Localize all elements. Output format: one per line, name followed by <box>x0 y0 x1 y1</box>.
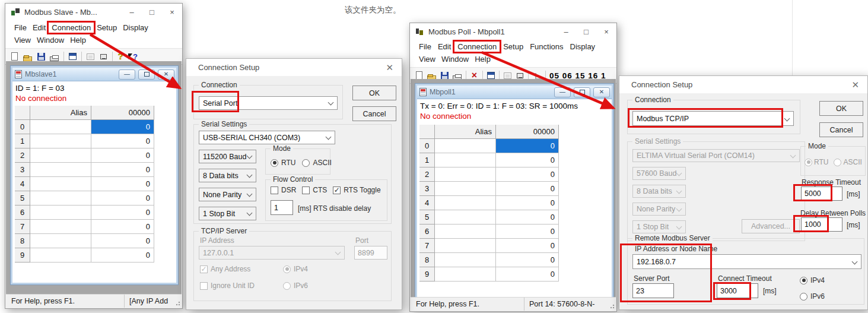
response-timeout-field[interactable]: 5000 <box>801 186 842 201</box>
menu-view[interactable]: View <box>416 54 438 64</box>
display-setup-icon[interactable] <box>487 72 495 79</box>
rts-toggle-checkbox[interactable] <box>333 186 341 194</box>
value-cell[interactable]: 0 <box>496 139 559 153</box>
value-cell[interactable]: 0 <box>496 167 559 182</box>
doc-close-button[interactable]: ✕ <box>158 69 174 80</box>
ascii-radio[interactable] <box>302 159 310 167</box>
value-cell[interactable]: 0 <box>496 153 559 167</box>
device-icon[interactable] <box>517 73 523 78</box>
alias-cell[interactable] <box>435 196 496 210</box>
connect-timeout-field[interactable]: 3000 <box>717 283 758 298</box>
doc-minimize-button[interactable]: — <box>119 69 135 80</box>
value-cell[interactable]: 0 <box>91 148 154 163</box>
communication-traffic-icon[interactable] <box>87 53 94 60</box>
save-icon[interactable] <box>37 53 45 61</box>
save-icon[interactable] <box>441 72 449 80</box>
minimize-button[interactable]: – <box>556 23 576 40</box>
menu-help[interactable]: Help <box>67 35 89 45</box>
resize-grip[interactable] <box>608 302 615 309</box>
value-cell[interactable]: 0 <box>91 163 154 177</box>
alias-cell[interactable] <box>30 234 91 248</box>
alias-cell[interactable] <box>30 148 91 163</box>
value-cell[interactable]: 0 <box>496 253 559 267</box>
value-cell[interactable]: 0 <box>91 248 154 263</box>
remote-ip-combo[interactable]: 192.168.0.7 <box>632 254 861 269</box>
value-cell[interactable]: 0 <box>91 220 154 234</box>
minimize-button[interactable]: – <box>122 4 142 21</box>
value-cell[interactable]: 0 <box>496 196 559 210</box>
connection-type-combo[interactable]: Serial Port <box>199 96 338 110</box>
value-cell[interactable]: 0 <box>91 234 154 248</box>
value-cell[interactable]: 0 <box>496 239 559 253</box>
maximize-button[interactable]: □ <box>576 23 596 40</box>
help-icon[interactable]: ? <box>117 52 124 61</box>
value-cell[interactable]: 0 <box>496 225 559 239</box>
new-file-icon[interactable] <box>11 52 18 61</box>
print-icon[interactable] <box>50 56 59 61</box>
serial-port-combo[interactable]: USB-SERIAL CH340 (COM3) <box>199 131 335 144</box>
cancel-button[interactable]: Cancel <box>819 122 863 137</box>
value-cell[interactable]: 0 <box>496 210 559 225</box>
menu-edit[interactable]: Edit <box>30 23 49 33</box>
alias-cell[interactable] <box>435 225 496 239</box>
value-cell[interactable]: 0 <box>91 177 154 191</box>
dialog-close-icon[interactable]: ✕ <box>851 80 859 90</box>
context-help-icon[interactable]: ? <box>128 52 138 61</box>
menu-file[interactable]: File <box>416 42 434 52</box>
menu-file[interactable]: File <box>11 23 30 33</box>
rtu-radio[interactable] <box>271 159 278 167</box>
alias-cell[interactable] <box>30 191 91 205</box>
close-button[interactable]: × <box>162 4 182 21</box>
connection-type-combo[interactable]: Modbus TCP/IP <box>632 111 794 126</box>
alias-cell[interactable] <box>30 134 91 148</box>
stop-bits-combo[interactable]: 1 Stop Bit <box>199 207 256 220</box>
display-setup-icon[interactable] <box>69 53 77 60</box>
menu-display[interactable]: Display <box>567 42 599 52</box>
alias-cell[interactable] <box>435 239 496 253</box>
cancel-button[interactable]: Cancel <box>352 106 396 121</box>
alias-cell[interactable] <box>30 220 91 234</box>
device-icon[interactable] <box>100 54 107 59</box>
value-cell[interactable]: 0 <box>496 267 559 282</box>
alias-cell[interactable] <box>435 153 496 167</box>
ipv6-radio[interactable] <box>800 293 807 301</box>
menu-setup[interactable]: Setup <box>94 23 120 33</box>
communication-traffic-icon[interactable] <box>504 72 511 79</box>
value-cell[interactable]: 0 <box>91 120 154 134</box>
ok-button[interactable]: OK <box>819 101 863 116</box>
value-cell[interactable]: 0 <box>91 134 154 148</box>
dsr-checkbox[interactable] <box>271 186 278 194</box>
value-cell[interactable]: 0 <box>496 182 559 196</box>
alias-cell[interactable] <box>435 139 496 153</box>
menu-display[interactable]: Display <box>120 23 151 33</box>
menu-connection[interactable]: Connection <box>49 23 94 33</box>
menu-help[interactable]: Help <box>472 54 494 64</box>
alias-cell[interactable] <box>435 167 496 182</box>
doc-minimize-button[interactable]: — <box>554 87 571 97</box>
doc-close-button[interactable]: ✕ <box>593 87 610 97</box>
value-cell[interactable]: 0 <box>91 191 154 205</box>
dialog-close-icon[interactable]: ✕ <box>386 62 393 73</box>
ipv4-radio[interactable] <box>800 277 807 284</box>
doc-restore-button[interactable] <box>138 69 155 80</box>
alias-cell[interactable] <box>30 248 91 263</box>
menu-functions[interactable]: Functions <box>527 42 566 52</box>
data-bits-combo[interactable]: 8 Data bits <box>199 169 256 182</box>
maximize-button[interactable]: □ <box>142 4 162 21</box>
new-file-icon[interactable] <box>416 71 422 80</box>
alias-cell[interactable] <box>30 120 91 134</box>
alias-cell[interactable] <box>30 177 91 191</box>
menu-window[interactable]: Window <box>34 35 67 45</box>
baud-combo[interactable]: 115200 Baud <box>199 150 256 163</box>
alias-cell[interactable] <box>435 267 496 282</box>
close-button[interactable]: × <box>596 23 616 40</box>
alias-cell[interactable] <box>435 253 496 267</box>
delay-between-polls-field[interactable]: 1000 <box>801 217 842 232</box>
alias-cell[interactable] <box>30 163 91 177</box>
server-port-field[interactable]: 23 <box>632 283 674 298</box>
value-cell[interactable]: 0 <box>91 205 154 220</box>
menu-setup[interactable]: Setup <box>500 42 526 52</box>
resize-grip[interactable] <box>174 299 180 306</box>
menu-connection[interactable]: Connection <box>454 42 500 52</box>
menu-window[interactable]: Window <box>438 54 472 64</box>
